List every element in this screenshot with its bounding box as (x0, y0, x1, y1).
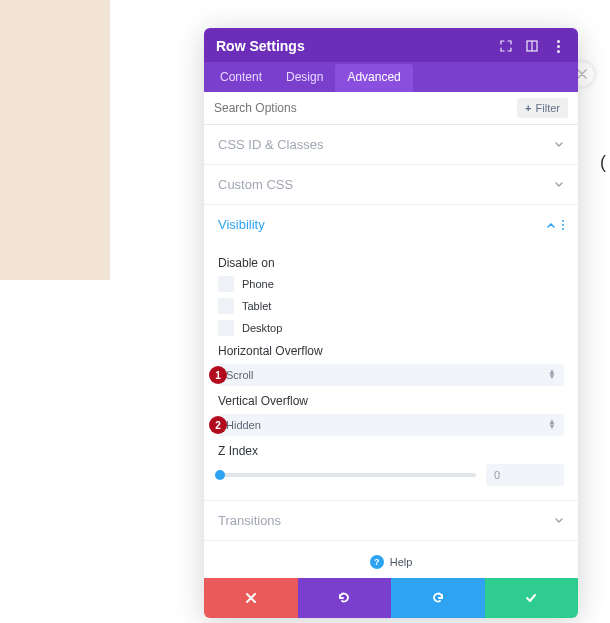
z-index-slider[interactable] (218, 473, 476, 477)
checkbox[interactable] (218, 320, 234, 336)
section-css-id-classes[interactable]: CSS ID & Classes (204, 125, 578, 165)
vertical-overflow-select[interactable]: Hidden ▲▼ (218, 414, 564, 436)
disable-on-label: Disable on (218, 256, 564, 270)
section-custom-css[interactable]: Custom CSS (204, 165, 578, 205)
tab-advanced[interactable]: Advanced (335, 64, 412, 92)
annotation-badge-2: 2 (209, 416, 227, 434)
section-more-icon[interactable] (562, 220, 564, 230)
slider-thumb[interactable] (215, 470, 225, 480)
z-index-label: Z Index (218, 444, 564, 458)
chevron-down-icon (554, 180, 564, 190)
horizontal-overflow-label: Horizontal Overflow (218, 344, 564, 358)
panel-title: Row Settings (216, 38, 488, 54)
tabs: Content Design Advanced (204, 62, 578, 92)
undo-button[interactable] (298, 578, 392, 618)
disable-on-phone[interactable]: Phone (218, 276, 564, 292)
expand-icon[interactable] (498, 38, 514, 54)
search-row: + Filter (204, 92, 578, 125)
checkbox[interactable] (218, 298, 234, 314)
section-transitions[interactable]: Transitions (204, 500, 578, 541)
annotation-badge-1: 1 (209, 366, 227, 384)
more-icon[interactable] (550, 38, 566, 54)
disable-on-desktop[interactable]: Desktop (218, 320, 564, 336)
chevron-down-icon (554, 516, 564, 526)
save-button[interactable] (485, 578, 579, 618)
disable-on-tablet[interactable]: Tablet (218, 298, 564, 314)
redo-button[interactable] (391, 578, 485, 618)
chevron-down-icon (554, 140, 564, 150)
tab-content[interactable]: Content (208, 62, 274, 92)
z-index-value[interactable]: 0 (486, 464, 564, 486)
filter-label: Filter (536, 102, 560, 114)
vertical-overflow-label: Vertical Overflow (218, 394, 564, 408)
cancel-button[interactable] (204, 578, 298, 618)
horizontal-overflow-select[interactable]: Scroll ▲▼ (218, 364, 564, 386)
help-link[interactable]: ? Help (204, 541, 578, 577)
footer (204, 578, 578, 618)
row-settings-panel: Row Settings Content Design Advanced + F… (204, 28, 578, 618)
updown-icon: ▲▼ (548, 370, 556, 380)
search-input[interactable] (214, 101, 517, 115)
help-icon: ? (370, 555, 384, 569)
filter-button[interactable]: + Filter (517, 98, 568, 118)
tab-design[interactable]: Design (274, 62, 335, 92)
header: Row Settings Content Design Advanced (204, 28, 578, 92)
chevron-up-icon (546, 220, 556, 230)
visibility-body: Disable on Phone Tablet Desktop Horizont… (204, 244, 578, 500)
checkbox[interactable] (218, 276, 234, 292)
updown-icon: ▲▼ (548, 420, 556, 430)
section-visibility[interactable]: Visibility (204, 205, 578, 244)
layout-icon[interactable] (524, 38, 540, 54)
